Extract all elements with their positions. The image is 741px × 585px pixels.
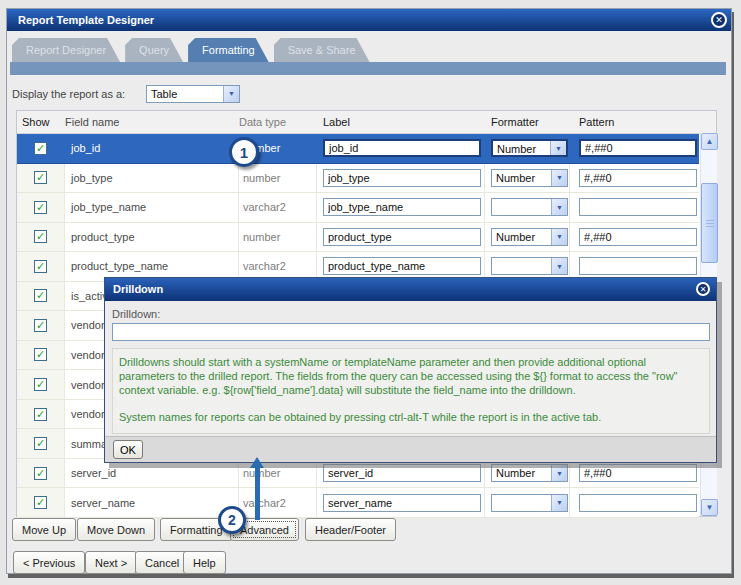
annotation-arrow [255,467,260,520]
check-icon: ✓ [36,320,45,330]
display-as-select[interactable]: Table ▼ [146,85,240,103]
table-row[interactable]: ✓ server_name varchar2 ▼ [17,488,699,518]
label-input[interactable] [323,494,481,512]
show-checkbox[interactable]: ✓ [34,348,47,361]
move-down-button[interactable]: Move Down [77,518,155,541]
drilldown-input[interactable] [112,323,710,341]
chevron-down-icon: ▼ [551,495,567,511]
show-checkbox[interactable]: ✓ [34,260,47,273]
drilldown-dialog-footer: OK [105,436,716,462]
close-icon[interactable]: ✕ [711,12,727,28]
check-icon: ✓ [36,349,45,359]
formatter-value: Number [492,229,551,245]
tab-report-designer[interactable]: Report Designer [12,38,120,62]
show-checkbox[interactable]: ✓ [34,201,47,214]
tab-query[interactable]: Query [125,38,183,62]
chevron-down-icon: ▼ [551,258,567,274]
drilldown-dialog-title: Drilldown [113,283,163,295]
drilldown-dialog-body: Drilldown: Drilldowns should start with … [105,301,716,436]
show-checkbox[interactable]: ✓ [34,378,47,391]
formatter-select[interactable]: ▼ [491,494,568,512]
table-row[interactable]: ✓ job_type number Number ▼ [17,164,699,194]
pattern-input[interactable] [579,169,697,187]
help-button[interactable]: Help [183,551,226,574]
label-input[interactable] [323,464,481,482]
pattern-input[interactable] [579,198,697,216]
pattern-input[interactable] [579,228,697,246]
pattern-input[interactable] [579,139,697,157]
next-button[interactable]: Next > [85,551,137,574]
formatter-select[interactable]: Number ▼ [491,169,568,187]
report-template-designer-window: Report Template Designer ✕ Report Design… [0,0,741,585]
formatter-select[interactable]: Number ▼ [491,139,568,157]
table-row[interactable]: ✓ product_type number Number ▼ [17,223,699,253]
formatter-select[interactable]: ▼ [491,257,568,275]
scrollbar-thumb[interactable] [701,183,718,263]
display-as-value: Table [147,86,223,102]
scroll-up-icon[interactable]: ▲ [701,133,718,150]
tab-strip-band [10,62,726,75]
check-icon: ✓ [36,468,45,478]
label-input[interactable] [323,139,481,157]
pattern-input[interactable] [579,464,697,482]
header-pattern: Pattern [570,111,699,133]
table-row[interactable]: ✓ job_type_name varchar2 ▼ [17,193,699,223]
show-checkbox[interactable]: ✓ [34,171,47,184]
drilldown-help-text: Drilldowns should start with a systemNam… [112,348,710,434]
formatter-value [492,495,551,511]
show-checkbox[interactable]: ✓ [34,142,47,155]
check-icon: ✓ [36,497,45,507]
show-checkbox[interactable]: ✓ [34,289,47,302]
show-checkbox[interactable]: ✓ [34,467,47,480]
annotation-callout-1: 1 [229,137,259,167]
formatter-select[interactable]: ▼ [491,198,568,216]
annotation-arrow-head-icon [250,457,264,468]
table-row[interactable]: ✓ server_id number Number ▼ [17,459,699,489]
tab-save-share[interactable]: Save & Share [274,38,370,62]
label-input[interactable] [323,228,481,246]
cancel-button[interactable]: Cancel [135,551,189,574]
check-icon: ✓ [36,172,45,182]
window-titlebar: Report Template Designer [7,9,731,31]
scroll-down-icon[interactable]: ▼ [701,499,718,516]
annotation-callout-2: 2 [218,506,246,534]
display-as-row: Display the report as a: Table ▼ [12,84,240,103]
chevron-down-icon: ▼ [551,229,567,245]
label-input[interactable] [323,257,481,275]
check-icon: ✓ [36,438,45,448]
show-checkbox[interactable]: ✓ [34,496,47,509]
header-footer-button[interactable]: Header/Footer [305,518,396,541]
check-icon: ✓ [36,409,45,419]
formatter-value: Number [492,170,551,186]
tab-formatting[interactable]: Formatting [188,38,269,62]
show-checkbox[interactable]: ✓ [34,230,47,243]
tab-bar: Report DesignerQueryFormattingSave & Sha… [12,38,370,62]
move-up-button[interactable]: Move Up [12,518,76,541]
check-icon: ✓ [36,290,45,300]
header-formatter: Formatter [485,111,570,133]
formatter-value: Number [493,141,550,155]
chevron-down-icon: ▼ [551,170,567,186]
show-checkbox[interactable]: ✓ [34,408,47,421]
window-title: Report Template Designer [18,14,154,26]
show-checkbox[interactable]: ✓ [34,319,47,332]
field-name-cell: job_type [65,164,239,193]
data-type-cell: number [239,223,317,252]
label-input[interactable] [323,198,481,216]
display-as-label: Display the report as a: [12,88,138,100]
formatter-select[interactable]: Number ▼ [491,228,568,246]
dialog-close-icon[interactable]: ✕ [696,282,710,296]
formatter-select[interactable]: Number ▼ [491,464,568,482]
chevron-down-icon: ▼ [223,86,239,102]
previous-button[interactable]: < Previous [13,551,85,574]
table-header-row: Show Field name Data type Label Formatte… [17,111,716,134]
pattern-input[interactable] [579,494,697,512]
ok-button[interactable]: OK [113,440,143,459]
formatter-value [492,258,551,274]
label-input[interactable] [323,169,481,187]
show-checkbox[interactable]: ✓ [34,437,47,450]
pattern-input[interactable] [579,257,697,275]
data-type-cell: varchar2 [239,488,317,517]
table-row[interactable]: ✓ job_id number Number ▼ [17,134,699,164]
field-name-cell: product_type [65,223,239,252]
